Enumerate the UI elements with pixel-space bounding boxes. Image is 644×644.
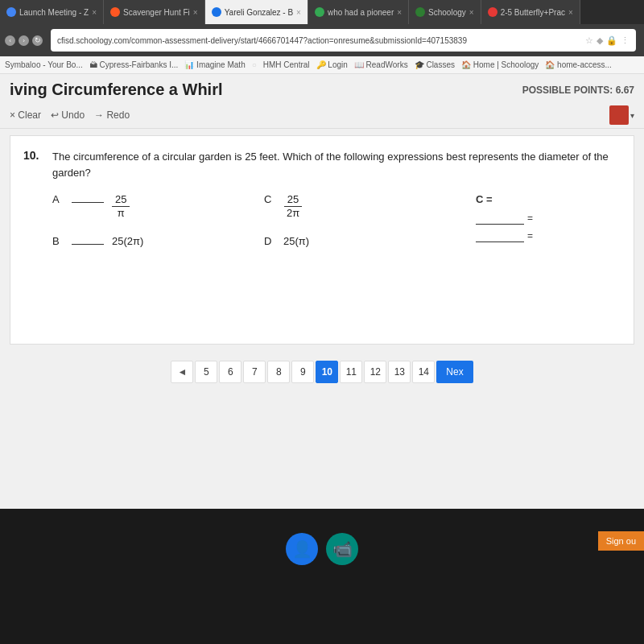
tab-close-launch[interactable]: × (92, 8, 97, 17)
bookmark-classes[interactable]: 🎓 Classes (415, 60, 455, 69)
taskbar-icon-video[interactable]: 📹 (326, 533, 358, 565)
bookmark-cypress[interactable]: 🏔 Cypress-Fairbanks I... (89, 60, 179, 69)
tab-icon-yareli (212, 7, 221, 17)
taskbar-icons: 👤 📹 (286, 533, 358, 565)
url-text: cfisd.schoology.com/common-assessment-de… (57, 36, 580, 45)
fraction-c-numerator: 25 (284, 193, 302, 207)
laptop-bezel: 👤 📹 Sign ou (0, 509, 644, 644)
tab-icon-pioneer (315, 7, 324, 17)
tab-launch-meeting[interactable]: Launch Meeting - Z × (0, 0, 104, 24)
user-icon: 👤 (292, 539, 312, 559)
video-icon: 📹 (332, 539, 353, 559)
tab-schoology[interactable]: Schoology × (409, 0, 481, 24)
page-header: iving Circumference a Whirl POSSIBLE POI… (0, 74, 644, 102)
expression-b: 25(2π) (112, 235, 143, 247)
bookmark-imagine[interactable]: 📊 Imagine Math (184, 60, 245, 69)
taskbar-icon-user[interactable]: 👤 (286, 533, 318, 565)
c-line-1: = (476, 212, 621, 225)
bookmark-hmh[interactable]: HMH Central (263, 60, 310, 69)
tab-label-yareli: Yareli Gonzalez - B (225, 8, 293, 17)
c-equals-label: C = (476, 193, 621, 205)
c-line-2: = (476, 229, 621, 242)
tab-close-schoology[interactable]: × (469, 8, 474, 17)
prev-button[interactable]: ◄ (171, 361, 193, 383)
clear-button[interactable]: × Clear (10, 109, 41, 121)
bookmarks-bar: Symbaloo - Your Bo... 🏔 Cypress-Fairbank… (0, 56, 644, 74)
address-bar[interactable]: cfisd.schoology.com/common-assessment-de… (51, 29, 636, 52)
page-11[interactable]: 11 (340, 361, 362, 383)
bookmark-readworks[interactable]: 📖 ReadWorks (354, 60, 408, 69)
c-input-1 (476, 212, 524, 225)
tab-close-scavenger[interactable]: × (193, 8, 198, 17)
page-10[interactable]: 10 (316, 361, 338, 383)
tab-icon-butterfly (488, 7, 497, 17)
bookmark-homeaccess[interactable]: 🏠 home-access... (545, 60, 612, 69)
answer-option-d[interactable]: D 25(π) (264, 235, 463, 247)
fraction-c-denominator: 2π (283, 207, 303, 220)
sign-out-button[interactable]: Sign ou (598, 531, 644, 551)
browser-refresh[interactable]: ↻ (32, 35, 43, 46)
tab-yareli[interactable]: Yareli Gonzalez - B × (205, 0, 308, 24)
answer-option-b[interactable]: B 25(2π) (52, 235, 251, 247)
browser-back[interactable]: ‹ (5, 35, 15, 46)
star-icon[interactable]: ☆ (585, 35, 593, 46)
page-5[interactable]: 5 (195, 361, 217, 383)
question-area: 10. The circumference of a circular gard… (10, 135, 634, 345)
page-9[interactable]: 9 (291, 361, 314, 383)
tab-close-butterfly[interactable]: × (568, 8, 573, 17)
page-14[interactable]: 14 (412, 361, 435, 383)
answer-grid: A 25 π B 25(2π) C (52, 193, 621, 247)
possible-points: POSSIBLE POINTS: 6.67 (522, 85, 634, 96)
tab-pioneer[interactable]: who had a pioneer × (308, 0, 409, 24)
toolbar-left: × Clear ↩ Undo → Redo (10, 109, 130, 121)
color-dropdown-arrow[interactable]: ▾ (630, 111, 634, 120)
answer-option-c[interactable]: C 25 2π (264, 193, 463, 219)
fraction-a-numerator: 25 (112, 193, 130, 207)
next-button[interactable]: Nex (436, 361, 473, 383)
option-line-a (72, 202, 104, 203)
bookmark-symbaloo[interactable]: Symbaloo - Your Bo... (5, 60, 83, 69)
pagination: ◄ 5 6 7 8 9 10 11 12 13 14 Nex (0, 361, 644, 383)
fraction-a-denominator: π (114, 207, 128, 220)
page-7[interactable]: 7 (243, 361, 266, 383)
tab-scavenger[interactable]: Scavenger Hunt Fi × (104, 0, 205, 24)
answer-col-left: A 25 π B 25(2π) (52, 193, 251, 247)
page-6[interactable]: 6 (219, 361, 242, 383)
color-picker[interactable]: ▾ (609, 105, 634, 125)
expression-d: 25(π) (283, 235, 309, 247)
extension-icon[interactable]: ◆ (597, 35, 603, 46)
page-13[interactable]: 13 (388, 361, 411, 383)
question-header: 10. The circumference of a circular gard… (23, 149, 621, 180)
page-content: iving Circumference a Whirl POSSIBLE POI… (0, 74, 644, 509)
more-icon[interactable]: ⋮ (621, 35, 630, 46)
option-label-a: A (52, 193, 65, 205)
page-title: iving Circumference a Whirl (10, 80, 223, 99)
page-8[interactable]: 8 (267, 361, 290, 383)
question-number: 10. (23, 149, 43, 180)
tab-close-pioneer[interactable]: × (397, 8, 402, 17)
option-label-b: B (52, 235, 65, 247)
question-toolbar: × Clear ↩ Undo → Redo ▾ (0, 102, 644, 129)
sep1: ○ (252, 60, 257, 69)
option-label-d: D (264, 235, 277, 247)
bookmark-home-schoology[interactable]: 🏠 Home | Schoology (461, 60, 539, 69)
c-input-2 (476, 229, 524, 242)
question-text: The circumference of a circular garden i… (52, 149, 621, 180)
c-area: C = = = (476, 193, 621, 247)
tab-icon-scavenger (110, 7, 120, 17)
tab-butterfly[interactable]: 2-5 Butterfly+Prac × (481, 0, 580, 24)
answer-col-right: C 25 2π D 25(π) (264, 193, 463, 247)
undo-button[interactable]: ↩ Undo (51, 109, 85, 121)
c-equals-1: = (527, 213, 533, 224)
fraction-c: 25 2π (283, 193, 303, 219)
tab-close-yareli[interactable]: × (296, 8, 301, 17)
color-swatch[interactable] (609, 105, 629, 125)
answer-option-a[interactable]: A 25 π (52, 193, 251, 219)
tab-bar: Launch Meeting - Z × Scavenger Hunt Fi ×… (0, 0, 644, 24)
browser-forward[interactable]: › (19, 35, 29, 46)
shield-icon[interactable]: 🔒 (606, 35, 617, 46)
page-12[interactable]: 12 (364, 361, 386, 383)
redo-button[interactable]: → Redo (94, 109, 130, 121)
tab-icon-launch (6, 7, 16, 17)
bookmark-login[interactable]: 🔑 Login (316, 60, 348, 69)
